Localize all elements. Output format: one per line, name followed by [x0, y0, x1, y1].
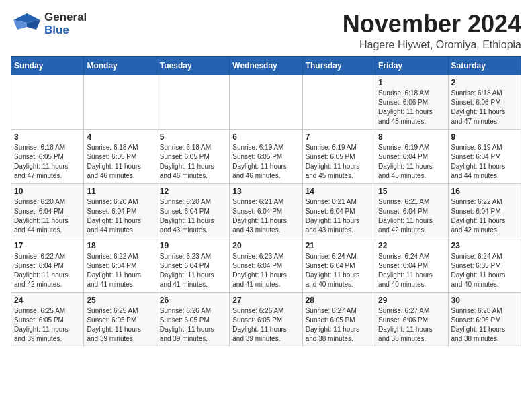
day-info: Sunrise: 6:18 AMSunset: 6:06 PMDaylight:…: [451, 89, 518, 126]
day-info: Sunrise: 6:21 AMSunset: 6:04 PMDaylight:…: [378, 197, 445, 235]
day-number: 6: [232, 132, 299, 142]
day-number: 12: [160, 187, 226, 196]
calendar-cell: 7Sunrise: 6:19 AMSunset: 6:05 PMDaylight…: [302, 129, 375, 183]
calendar-header-friday: Friday: [375, 56, 448, 75]
calendar-table: SundayMondayTuesdayWednesdayThursdayFrid…: [11, 56, 521, 347]
day-info: Sunrise: 6:19 AMSunset: 6:05 PMDaylight:…: [306, 143, 372, 181]
calendar-cell: 18Sunrise: 6:22 AMSunset: 6:04 PMDayligh…: [84, 238, 157, 292]
day-info: Sunrise: 6:19 AMSunset: 6:04 PMDaylight:…: [451, 143, 518, 181]
calendar-header-row: SundayMondayTuesdayWednesdayThursdayFrid…: [11, 56, 521, 75]
calendar-cell: 17Sunrise: 6:22 AMSunset: 6:04 PMDayligh…: [11, 238, 84, 292]
day-info: Sunrise: 6:18 AMSunset: 6:05 PMDaylight:…: [14, 143, 81, 181]
calendar-cell: 27Sunrise: 6:26 AMSunset: 6:05 PMDayligh…: [230, 292, 302, 347]
day-info: Sunrise: 6:18 AMSunset: 6:05 PMDaylight:…: [160, 143, 226, 181]
day-number: 21: [306, 241, 372, 250]
day-number: 20: [232, 241, 299, 250]
day-number: 18: [87, 241, 153, 250]
day-number: 28: [306, 295, 372, 305]
day-number: 10: [14, 187, 81, 196]
page-header: General Blue November 2024 Hagere Hiywet…: [11, 11, 521, 51]
calendar-cell: 10Sunrise: 6:20 AMSunset: 6:04 PMDayligh…: [11, 183, 84, 238]
calendar-cell: [302, 75, 375, 129]
calendar-cell: [230, 75, 302, 129]
day-info: Sunrise: 6:18 AMSunset: 6:06 PMDaylight:…: [378, 89, 445, 126]
day-number: 17: [14, 241, 81, 250]
calendar-cell: 26Sunrise: 6:26 AMSunset: 6:05 PMDayligh…: [157, 292, 229, 347]
logo-text: General Blue: [44, 11, 87, 36]
calendar-week-4: 17Sunrise: 6:22 AMSunset: 6:04 PMDayligh…: [11, 238, 521, 292]
day-number: 3: [14, 132, 81, 142]
day-number: 1: [378, 78, 445, 87]
day-number: 7: [306, 132, 372, 142]
day-info: Sunrise: 6:25 AMSunset: 6:05 PMDaylight:…: [14, 306, 81, 344]
day-info: Sunrise: 6:27 AMSunset: 6:05 PMDaylight:…: [306, 306, 372, 344]
day-number: 2: [451, 78, 518, 87]
calendar-week-5: 24Sunrise: 6:25 AMSunset: 6:05 PMDayligh…: [11, 292, 521, 347]
calendar-cell: 13Sunrise: 6:21 AMSunset: 6:04 PMDayligh…: [230, 183, 302, 238]
day-info: Sunrise: 6:19 AMSunset: 6:04 PMDaylight:…: [378, 143, 445, 181]
logo: General Blue: [11, 11, 87, 38]
calendar-cell: 6Sunrise: 6:19 AMSunset: 6:05 PMDaylight…: [230, 129, 302, 183]
calendar-cell: 2Sunrise: 6:18 AMSunset: 6:06 PMDaylight…: [448, 75, 521, 129]
calendar-cell: 1Sunrise: 6:18 AMSunset: 6:06 PMDaylight…: [375, 75, 448, 129]
day-number: 4: [87, 132, 153, 142]
calendar-header-monday: Monday: [84, 56, 157, 75]
calendar-cell: 28Sunrise: 6:27 AMSunset: 6:05 PMDayligh…: [302, 292, 375, 347]
day-number: 8: [378, 132, 445, 142]
calendar-cell: 29Sunrise: 6:27 AMSunset: 6:06 PMDayligh…: [375, 292, 448, 347]
calendar-cell: 16Sunrise: 6:22 AMSunset: 6:04 PMDayligh…: [448, 183, 521, 238]
calendar-header-thursday: Thursday: [302, 56, 375, 75]
day-number: 30: [451, 295, 518, 305]
day-info: Sunrise: 6:24 AMSunset: 6:04 PMDaylight:…: [378, 252, 445, 289]
calendar-cell: [84, 75, 157, 129]
calendar-cell: 23Sunrise: 6:24 AMSunset: 6:05 PMDayligh…: [448, 238, 521, 292]
day-number: 11: [87, 187, 153, 196]
calendar-cell: [157, 75, 229, 129]
calendar-cell: 11Sunrise: 6:20 AMSunset: 6:04 PMDayligh…: [84, 183, 157, 238]
day-number: 23: [451, 241, 518, 250]
calendar-cell: 4Sunrise: 6:18 AMSunset: 6:05 PMDaylight…: [84, 129, 157, 183]
calendar-cell: 8Sunrise: 6:19 AMSunset: 6:04 PMDaylight…: [375, 129, 448, 183]
calendar-cell: 21Sunrise: 6:24 AMSunset: 6:04 PMDayligh…: [302, 238, 375, 292]
calendar-cell: 19Sunrise: 6:23 AMSunset: 6:04 PMDayligh…: [157, 238, 229, 292]
day-number: 13: [232, 187, 299, 196]
calendar-body: 1Sunrise: 6:18 AMSunset: 6:06 PMDaylight…: [11, 75, 521, 347]
calendar-cell: 12Sunrise: 6:20 AMSunset: 6:04 PMDayligh…: [157, 183, 229, 238]
location-text: Hagere Hiywet, Oromiya, Ethiopia: [343, 39, 521, 51]
day-info: Sunrise: 6:27 AMSunset: 6:06 PMDaylight:…: [378, 306, 445, 344]
day-info: Sunrise: 6:22 AMSunset: 6:04 PMDaylight:…: [14, 252, 81, 289]
calendar-header-saturday: Saturday: [448, 56, 521, 75]
day-number: 25: [87, 295, 153, 305]
day-info: Sunrise: 6:20 AMSunset: 6:04 PMDaylight:…: [14, 197, 81, 235]
day-number: 19: [160, 241, 226, 250]
day-number: 9: [451, 132, 518, 142]
logo-icon: [11, 11, 43, 38]
day-info: Sunrise: 6:25 AMSunset: 6:05 PMDaylight:…: [87, 306, 153, 344]
day-number: 16: [451, 187, 518, 196]
calendar-cell: 20Sunrise: 6:23 AMSunset: 6:04 PMDayligh…: [230, 238, 302, 292]
calendar-header-wednesday: Wednesday: [230, 56, 302, 75]
day-number: 26: [160, 295, 226, 305]
calendar-cell: 30Sunrise: 6:28 AMSunset: 6:06 PMDayligh…: [448, 292, 521, 347]
calendar-cell: 22Sunrise: 6:24 AMSunset: 6:04 PMDayligh…: [375, 238, 448, 292]
calendar-header-sunday: Sunday: [11, 56, 84, 75]
day-number: 5: [160, 132, 226, 142]
day-number: 15: [378, 187, 445, 196]
month-title: November 2024: [343, 11, 521, 38]
calendar-cell: 3Sunrise: 6:18 AMSunset: 6:05 PMDaylight…: [11, 129, 84, 183]
day-info: Sunrise: 6:18 AMSunset: 6:05 PMDaylight:…: [87, 143, 153, 181]
calendar-week-3: 10Sunrise: 6:20 AMSunset: 6:04 PMDayligh…: [11, 183, 521, 238]
day-info: Sunrise: 6:23 AMSunset: 6:04 PMDaylight:…: [160, 252, 226, 289]
logo-blue-text: Blue: [44, 24, 87, 37]
calendar-cell: 24Sunrise: 6:25 AMSunset: 6:05 PMDayligh…: [11, 292, 84, 347]
calendar-header-tuesday: Tuesday: [157, 56, 229, 75]
day-info: Sunrise: 6:21 AMSunset: 6:04 PMDaylight:…: [306, 197, 372, 235]
day-number: 14: [306, 187, 372, 196]
day-number: 29: [378, 295, 445, 305]
calendar-week-2: 3Sunrise: 6:18 AMSunset: 6:05 PMDaylight…: [11, 129, 521, 183]
day-info: Sunrise: 6:26 AMSunset: 6:05 PMDaylight:…: [160, 306, 226, 344]
calendar-cell: 15Sunrise: 6:21 AMSunset: 6:04 PMDayligh…: [375, 183, 448, 238]
day-info: Sunrise: 6:28 AMSunset: 6:06 PMDaylight:…: [451, 306, 518, 344]
day-info: Sunrise: 6:23 AMSunset: 6:04 PMDaylight:…: [232, 252, 299, 289]
day-number: 24: [14, 295, 81, 305]
